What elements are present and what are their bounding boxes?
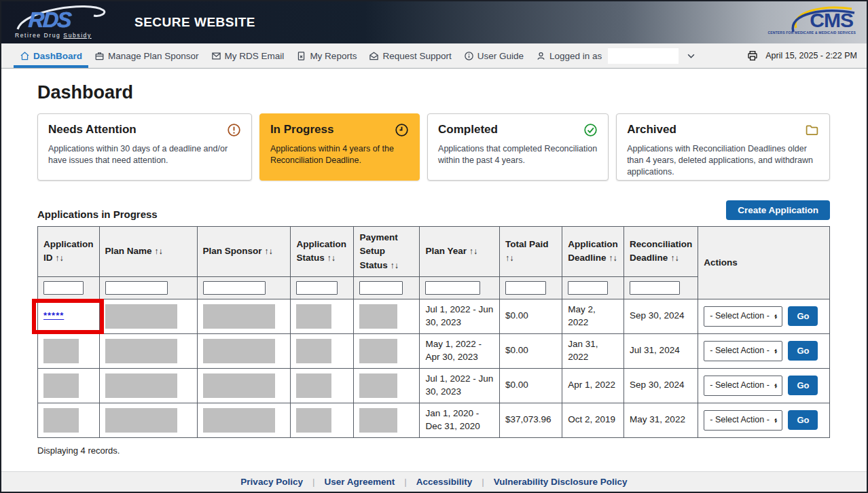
printer-icon[interactable] <box>746 50 759 62</box>
folder-icon <box>805 123 819 137</box>
application-deadline-cell: Apr 1, 2022 <box>562 368 624 403</box>
file-report-icon <box>296 51 306 61</box>
nav-item-request-support[interactable]: Request Support <box>363 43 457 68</box>
card-title: In Progress <box>270 123 334 136</box>
card-completed[interactable]: Completed Applications that completed Re… <box>427 113 609 181</box>
filter-input-total-paid[interactable] <box>505 281 546 295</box>
go-button[interactable]: Go <box>788 376 818 395</box>
sort-icon[interactable]: ↑↓ <box>505 253 514 263</box>
col-application-status[interactable]: Application Status ↑↓ <box>291 227 354 277</box>
footer-link-user-agreement[interactable]: User Agreement <box>324 477 395 487</box>
sort-icon[interactable]: ↑↓ <box>55 253 64 263</box>
filter-input-reconciliation-deadline[interactable] <box>630 281 680 295</box>
plan-year-cell: May 1, 2022 - Apr 30, 2023 <box>420 333 500 368</box>
footer-link-privacy-policy[interactable]: Privacy Policy <box>240 477 303 487</box>
go-button[interactable]: Go <box>788 306 818 326</box>
filter-input-application-status[interactable] <box>296 281 338 295</box>
sort-icon[interactable]: ↑↓ <box>609 253 617 263</box>
sort-icon[interactable]: ↑↓ <box>264 246 273 256</box>
go-button[interactable]: Go <box>788 341 818 361</box>
nav-item-manage-plan-sponsor[interactable]: Manage Plan Sponsor <box>88 43 205 68</box>
redacted-plan-sponsor <box>203 373 275 398</box>
filter-input-plan-sponsor[interactable] <box>203 281 266 295</box>
col-actions: Actions <box>698 227 830 299</box>
filter-input-payment-setup-status[interactable] <box>359 281 403 295</box>
select-action-dropdown[interactable]: - Select Action -▴▾ <box>704 376 782 396</box>
sort-icon[interactable]: ↑↓ <box>154 246 163 256</box>
redacted-payment-setup-status <box>359 408 397 433</box>
table-row: Jul 1, 2022 - Jun 30, 2023 $0.00 Apr 1, … <box>38 368 830 403</box>
redacted-application-id <box>43 408 79 433</box>
create-application-button[interactable]: Create Application <box>726 200 830 220</box>
select-arrows-icon: ▴▾ <box>774 383 777 388</box>
plan-year-cell: Jul 1, 2022 - Jun 30, 2023 <box>420 368 500 403</box>
top-banner: RDS Retiree Drug Subsidy SECURE WEBSITE … <box>1 1 867 43</box>
card-description: Applications within 30 days of a deadlin… <box>48 143 241 166</box>
sort-icon[interactable]: ↑↓ <box>327 253 336 263</box>
check-circle-icon <box>583 123 598 137</box>
col-plan-year[interactable]: Plan Year ↑↓ <box>420 227 500 277</box>
total-paid-cell: $0.00 <box>500 368 562 403</box>
col-plan-sponsor[interactable]: Plan Sponsor ↑↓ <box>197 227 291 277</box>
select-arrows-icon: ▴▾ <box>774 418 777 423</box>
highlight-rectangle <box>32 299 104 334</box>
application-id-link[interactable]: ***** <box>43 310 64 321</box>
table-row: ***** Jul 1, 2022 - Jun 30, 2023 $0.00 M… <box>38 299 830 333</box>
footer-link-vulnerability-disclosure-policy[interactable]: Vulnerability Disclosure Policy <box>494 477 628 487</box>
col-application-deadline[interactable]: Application Deadline ↑↓ <box>562 227 624 277</box>
card-title: Archived <box>627 123 676 136</box>
footer: Privacy Policy| User Agreement| Accessib… <box>1 471 867 492</box>
card-description: Applications within 4 years of the Recon… <box>270 143 409 166</box>
sort-icon[interactable]: ↑↓ <box>469 246 478 256</box>
col-total-paid[interactable]: Total Paid ↑↓ <box>500 227 562 277</box>
reconciliation-deadline-cell: Jul 31, 2024 <box>624 333 698 368</box>
table-row: May 1, 2022 - Apr 30, 2023 $0.00 Jan 31,… <box>38 333 830 368</box>
filter-input-application-deadline[interactable] <box>568 281 608 295</box>
redacted-application-status <box>296 408 331 433</box>
select-action-dropdown[interactable]: - Select Action -▴▾ <box>704 306 782 327</box>
reconciliation-deadline-cell: Sep 30, 2024 <box>624 299 698 333</box>
application-deadline-cell: Oct 2, 2019 <box>562 403 624 437</box>
main-nav: DashBoard Manage Plan Sponsor My RDS Ema… <box>1 43 867 69</box>
table-row: Jan 1, 2020 - Dec 31, 2020 $37,073.96 Oc… <box>38 403 830 437</box>
go-button[interactable]: Go <box>788 410 818 430</box>
nav-item-user-guide[interactable]: User Guide <box>458 43 530 68</box>
rds-logo[interactable]: RDS Retiree Drug Subsidy <box>14 3 115 41</box>
card-title: Needs Attention <box>48 123 137 136</box>
col-payment-setup-status[interactable]: Payment Setup Status ↑↓ <box>354 227 420 277</box>
card-description: Applications that completed Reconciliati… <box>438 143 598 166</box>
nav-item-my-rds-email[interactable]: My RDS Email <box>205 43 291 68</box>
envelope-icon <box>211 51 221 61</box>
envelope-open-icon <box>369 51 379 61</box>
redacted-application-status <box>296 373 331 398</box>
logged-in-as-dropdown[interactable]: Logged in as <box>530 43 702 68</box>
card-needs-attention[interactable]: Needs Attention Applications within 30 d… <box>37 113 252 181</box>
cms-logo: CMS CENTERS FOR MEDICARE & MEDICAID SERV… <box>776 5 857 40</box>
cms-tagline: CENTERS FOR MEDICARE & MEDICAID SERVICES <box>767 31 856 35</box>
application-deadline-cell: Jan 31, 2022 <box>562 333 624 368</box>
card-in-progress[interactable]: In Progress Applications within 4 years … <box>259 113 420 181</box>
plan-year-cell: Jan 1, 2020 - Dec 31, 2020 <box>420 403 500 437</box>
col-application-id[interactable]: Application ID ↑↓ <box>38 227 100 277</box>
col-reconciliation-deadline[interactable]: Reconciliation Deadline ↑↓ <box>624 227 698 277</box>
reconciliation-deadline-cell: May 31, 2022 <box>624 403 698 437</box>
select-action-dropdown[interactable]: - Select Action -▴▾ <box>704 410 782 431</box>
select-arrows-icon: ▴▾ <box>774 348 777 354</box>
status-cards: Needs Attention Applications within 30 d… <box>37 113 830 181</box>
filter-input-plan-year[interactable] <box>425 281 480 295</box>
nav-item-my-reports[interactable]: My Reports <box>290 43 363 68</box>
current-datetime: April 15, 2025 - 2:22 PM <box>765 51 857 60</box>
col-plan-name[interactable]: Plan Name ↑↓ <box>99 227 197 277</box>
sort-icon[interactable]: ↑↓ <box>390 261 399 270</box>
filter-input-plan-name[interactable] <box>105 281 168 295</box>
card-archived[interactable]: Archived Applications with Reconciliatio… <box>616 113 830 181</box>
redacted-plan-sponsor <box>203 304 275 329</box>
plan-year-cell: Jul 1, 2022 - Jun 30, 2023 <box>420 299 500 333</box>
filter-input-application-id[interactable] <box>43 281 84 295</box>
sort-icon[interactable]: ↑↓ <box>670 253 679 263</box>
footer-link-accessibility[interactable]: Accessibility <box>416 477 473 487</box>
nav-item-dashboard[interactable]: DashBoard <box>14 43 88 68</box>
card-description: Applications with Reconciliation Deadlin… <box>627 143 819 178</box>
select-action-dropdown[interactable]: - Select Action -▴▾ <box>704 341 782 361</box>
logged-in-username-redacted <box>608 48 679 64</box>
